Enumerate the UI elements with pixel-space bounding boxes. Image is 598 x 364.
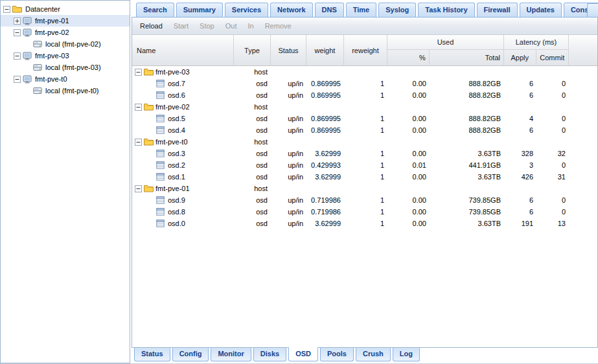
- tab-dns[interactable]: DNS: [315, 3, 344, 17]
- tree-item-local-fmt-pve-02[interactable]: local (fmt-pve-02): [1, 38, 130, 50]
- bottom-tab-config[interactable]: Config: [172, 348, 209, 361]
- cell-used-pct: [387, 66, 430, 78]
- node-icon: [23, 75, 32, 84]
- tree-item-fmt-pve-01[interactable]: fmt-pve-01: [1, 15, 130, 27]
- osd-row-osd-4[interactable]: osd.4osdup/in0.86999510.00888.82GB60: [132, 124, 597, 136]
- column-header-used[interactable]: Used: [387, 35, 503, 50]
- cell-name: osd.2: [132, 159, 234, 171]
- column-header-name[interactable]: Name: [132, 35, 234, 65]
- toolbar-button-reload[interactable]: Reload: [136, 20, 167, 32]
- cell-latency-commit: 0: [536, 159, 569, 171]
- osd-host-row-fmt-pve-t0[interactable]: fmt-pve-t0host: [132, 136, 597, 148]
- toolbar-button-remove[interactable]: Remove: [261, 20, 295, 32]
- bottom-tab-pools[interactable]: Pools: [320, 348, 354, 361]
- cell-used-pct: 0.00: [387, 124, 430, 136]
- cell-latency-apply: 3: [504, 159, 536, 171]
- tree-item-fmt-pve-t0[interactable]: fmt-pve-t0: [1, 73, 130, 85]
- tree-item-local-fmt-pve-t0[interactable]: local (fmt-pve-t0): [1, 85, 130, 97]
- cell-latency-commit: 0: [536, 89, 569, 101]
- cell-used-pct: 0.00: [387, 89, 430, 101]
- cell-used-pct: [387, 183, 430, 194]
- tab-cutoff-stub[interactable]: [587, 3, 598, 17]
- osd-row-osd-6[interactable]: osd.6osdup/in0.86999510.00888.82GB60: [132, 89, 597, 101]
- column-header-latency-commit[interactable]: Commit: [536, 50, 569, 65]
- osd-icon: [156, 126, 165, 134]
- bottom-tab-osd[interactable]: OSD: [288, 347, 318, 361]
- cell-reweight: 1: [344, 206, 387, 218]
- osd-row-osd-8[interactable]: osd.8osdup/in0.71998610.00739.85GB60: [132, 206, 597, 218]
- cell-latency-apply: 6: [504, 206, 536, 218]
- osd-row-osd-5[interactable]: osd.5osdup/in0.86999510.00888.82GB40: [132, 113, 597, 124]
- cell-latency-commit: [536, 66, 569, 78]
- cell-used-total: [430, 66, 504, 78]
- tab-search[interactable]: Search: [136, 3, 174, 17]
- expander-minus-icon[interactable]: [135, 69, 142, 76]
- cell-name: fmt-pve-02: [132, 101, 234, 113]
- tree-item-label: fmt-pve-t0: [34, 75, 69, 83]
- bottom-tab-disks[interactable]: Disks: [253, 348, 286, 361]
- osd-row-osd-2[interactable]: osd.2osdup/in0.42999310.01441.91GB30: [132, 159, 597, 171]
- column-header-used-pct[interactable]: %: [387, 50, 430, 65]
- tab-updates[interactable]: Updates: [520, 3, 562, 17]
- cell-filler: [569, 101, 597, 113]
- tree-item-fmt-pve-02[interactable]: fmt-pve-02: [1, 27, 130, 38]
- tab-syslog[interactable]: Syslog: [378, 3, 416, 17]
- tab-task-history[interactable]: Task History: [418, 3, 474, 17]
- osd-name-label: osd.5: [168, 113, 185, 124]
- osd-row-osd-7[interactable]: osd.7osdup/in0.86999510.00888.82GB60: [132, 78, 597, 89]
- column-header-used-total[interactable]: Total: [430, 50, 503, 65]
- expander-minus-icon[interactable]: [135, 185, 142, 192]
- tab-firewall[interactable]: Firewall: [477, 3, 518, 17]
- cell-type: osd: [234, 159, 271, 171]
- osd-row-osd-1[interactable]: osd.1osdup/in3.6299910.003.63TB42631: [132, 171, 597, 183]
- expander-minus-icon[interactable]: [135, 104, 142, 111]
- tab-summary[interactable]: Summary: [176, 3, 223, 17]
- expander-minus-icon[interactable]: [14, 29, 21, 36]
- expander-minus-icon[interactable]: [14, 76, 21, 83]
- tab-network[interactable]: Network: [270, 3, 312, 17]
- bottom-tab-monitor[interactable]: Monitor: [211, 348, 251, 361]
- cell-used-pct: 0.00: [387, 148, 430, 159]
- osd-host-row-fmt-pve-03[interactable]: fmt-pve-03host: [132, 66, 597, 78]
- column-header-weight[interactable]: weight: [306, 35, 344, 65]
- column-header-latency[interactable]: Latency (ms): [504, 35, 568, 50]
- toolbar-button-out[interactable]: Out: [222, 20, 241, 32]
- cell-weight: 0.719986: [306, 194, 344, 206]
- osd-row-osd-0[interactable]: osd.0osdup/in3.6299910.003.63TB19113: [132, 218, 597, 229]
- osd-name-label: osd.9: [168, 194, 185, 206]
- bottom-tab-status[interactable]: Status: [134, 348, 170, 361]
- toolbar-button-stop[interactable]: Stop: [196, 20, 218, 32]
- tree-item-local-fmt-pve-03[interactable]: local (fmt-pve-03): [1, 62, 130, 73]
- expander-minus-icon[interactable]: [135, 139, 142, 146]
- column-header-status[interactable]: Status: [271, 35, 306, 65]
- cell-type: host: [234, 66, 271, 78]
- column-header-reweight[interactable]: reweight: [344, 35, 387, 65]
- tab-time[interactable]: Time: [346, 3, 376, 17]
- cell-reweight: 1: [344, 148, 387, 159]
- osd-host-row-fmt-pve-02[interactable]: fmt-pve-02host: [132, 101, 597, 113]
- bottom-tab-crush[interactable]: Crush: [356, 348, 391, 361]
- cell-status: up/in: [271, 206, 306, 218]
- tree-item-datacenter[interactable]: Datacenter: [1, 3, 130, 15]
- column-header-type[interactable]: Type: [234, 35, 271, 65]
- bottom-tab-log[interactable]: Log: [393, 348, 420, 361]
- cell-latency-apply: [504, 183, 536, 194]
- cell-latency-commit: [536, 101, 569, 113]
- tree-item-fmt-pve-03[interactable]: fmt-pve-03: [1, 50, 130, 62]
- osd-host-row-fmt-pve-01[interactable]: fmt-pve-01host: [132, 183, 597, 194]
- expander-minus-icon[interactable]: [14, 52, 21, 60]
- tab-services[interactable]: Services: [225, 3, 268, 17]
- toolbar-button-in[interactable]: In: [244, 20, 257, 32]
- cell-weight: [306, 66, 344, 78]
- expander-minus-icon[interactable]: [3, 6, 10, 13]
- host-name-label: fmt-pve-01: [155, 183, 190, 194]
- cell-latency-apply: 328: [504, 148, 536, 159]
- toolbar-button-start[interactable]: Start: [170, 20, 192, 32]
- cell-used-pct: [387, 136, 430, 148]
- osd-name-label: osd.1: [168, 171, 185, 183]
- osd-row-osd-9[interactable]: osd.9osdup/in0.71998610.00739.85GB60: [132, 194, 597, 206]
- expander-plus-icon[interactable]: [14, 17, 21, 25]
- column-header-latency-apply[interactable]: Apply: [504, 50, 536, 65]
- tree-item-label: Datacenter: [24, 5, 62, 13]
- osd-row-osd-3[interactable]: osd.3osdup/in3.6299910.003.63TB32832: [132, 148, 597, 159]
